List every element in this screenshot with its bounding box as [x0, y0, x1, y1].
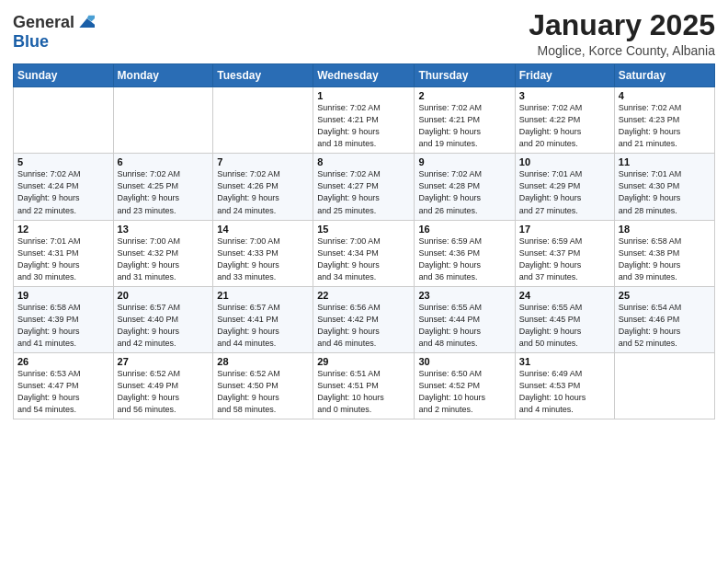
logo-blue-text: Blue: [13, 32, 49, 52]
day-info: Sunrise: 6:51 AM Sunset: 4:51 PM Dayligh…: [317, 368, 410, 416]
calendar-cell: 11Sunrise: 7:01 AM Sunset: 4:30 PM Dayli…: [614, 154, 714, 220]
page: General Blue January 2025 Moglice, Korce…: [0, 0, 728, 563]
day-info: Sunrise: 7:01 AM Sunset: 4:29 PM Dayligh…: [519, 168, 610, 216]
calendar-cell: 8Sunrise: 7:02 AM Sunset: 4:27 PM Daylig…: [313, 154, 415, 220]
day-number: 17: [519, 224, 610, 235]
calendar-cell: 6Sunrise: 7:02 AM Sunset: 4:25 PM Daylig…: [113, 154, 213, 220]
logo: General Blue: [13, 9, 95, 52]
day-number: 26: [17, 356, 109, 367]
weekday-header-tuesday: Tuesday: [213, 64, 313, 87]
day-info: Sunrise: 7:01 AM Sunset: 4:31 PM Dayligh…: [17, 236, 109, 283]
month-title: January 2025: [529, 9, 715, 41]
day-number: 5: [17, 156, 109, 167]
weekday-header-monday: Monday: [113, 64, 213, 87]
weekday-header-friday: Friday: [515, 64, 614, 87]
calendar-cell: 14Sunrise: 7:00 AM Sunset: 4:33 PM Dayli…: [213, 220, 313, 286]
day-info: Sunrise: 6:59 AM Sunset: 4:37 PM Dayligh…: [519, 236, 610, 283]
day-number: 6: [118, 156, 210, 167]
week-row-3: 12Sunrise: 7:01 AM Sunset: 4:31 PM Dayli…: [14, 220, 715, 286]
day-info: Sunrise: 7:02 AM Sunset: 4:21 PM Dayligh…: [418, 102, 510, 150]
day-number: 9: [418, 156, 510, 167]
weekday-header-saturday: Saturday: [614, 64, 714, 87]
calendar-cell: 28Sunrise: 6:52 AM Sunset: 4:50 PM Dayli…: [213, 352, 313, 419]
calendar-cell: [14, 87, 114, 154]
week-row-5: 26Sunrise: 6:53 AM Sunset: 4:47 PM Dayli…: [14, 352, 715, 419]
day-number: 15: [317, 224, 410, 235]
day-info: Sunrise: 7:00 AM Sunset: 4:34 PM Dayligh…: [317, 236, 410, 283]
calendar-cell: 18Sunrise: 6:58 AM Sunset: 4:38 PM Dayli…: [614, 220, 714, 286]
day-info: Sunrise: 7:02 AM Sunset: 4:26 PM Dayligh…: [217, 168, 309, 216]
day-number: 21: [217, 290, 309, 301]
day-number: 3: [519, 90, 610, 101]
logo-general-text: General: [13, 13, 74, 32]
day-info: Sunrise: 6:57 AM Sunset: 4:40 PM Dayligh…: [118, 302, 210, 350]
calendar-cell: 19Sunrise: 6:58 AM Sunset: 4:39 PM Dayli…: [14, 286, 114, 352]
day-number: 12: [17, 224, 109, 235]
day-info: Sunrise: 7:02 AM Sunset: 4:23 PM Dayligh…: [619, 102, 711, 150]
calendar-cell: 10Sunrise: 7:01 AM Sunset: 4:29 PM Dayli…: [515, 154, 614, 220]
calendar-cell: 1Sunrise: 7:02 AM Sunset: 4:21 PM Daylig…: [313, 87, 415, 154]
header: General Blue January 2025 Moglice, Korce…: [13, 9, 715, 58]
day-number: 23: [418, 290, 510, 301]
day-number: 4: [619, 90, 711, 101]
weekday-header-row: SundayMondayTuesdayWednesdayThursdayFrid…: [14, 64, 715, 87]
calendar-cell: 2Sunrise: 7:02 AM Sunset: 4:21 PM Daylig…: [415, 87, 515, 154]
calendar-cell: 3Sunrise: 7:02 AM Sunset: 4:22 PM Daylig…: [515, 87, 614, 154]
calendar-cell: [113, 87, 213, 154]
calendar-cell: 13Sunrise: 7:00 AM Sunset: 4:32 PM Dayli…: [113, 220, 213, 286]
calendar-cell: 12Sunrise: 7:01 AM Sunset: 4:31 PM Dayli…: [14, 220, 114, 286]
calendar-cell: 15Sunrise: 7:00 AM Sunset: 4:34 PM Dayli…: [313, 220, 415, 286]
day-number: 13: [118, 224, 210, 235]
day-info: Sunrise: 7:02 AM Sunset: 4:28 PM Dayligh…: [418, 168, 510, 216]
day-info: Sunrise: 6:58 AM Sunset: 4:38 PM Dayligh…: [619, 236, 711, 283]
day-number: 10: [519, 156, 610, 167]
day-info: Sunrise: 7:00 AM Sunset: 4:33 PM Dayligh…: [217, 236, 309, 283]
calendar-cell: 4Sunrise: 7:02 AM Sunset: 4:23 PM Daylig…: [614, 87, 714, 154]
day-info: Sunrise: 6:53 AM Sunset: 4:47 PM Dayligh…: [17, 368, 109, 416]
day-info: Sunrise: 6:55 AM Sunset: 4:44 PM Dayligh…: [418, 302, 510, 350]
day-number: 7: [217, 156, 309, 167]
day-number: 25: [619, 290, 711, 301]
calendar-cell: 17Sunrise: 6:59 AM Sunset: 4:37 PM Dayli…: [515, 220, 614, 286]
day-info: Sunrise: 7:02 AM Sunset: 4:22 PM Dayligh…: [519, 102, 610, 150]
calendar-cell: 25Sunrise: 6:54 AM Sunset: 4:46 PM Dayli…: [614, 286, 714, 352]
day-info: Sunrise: 6:49 AM Sunset: 4:53 PM Dayligh…: [519, 368, 610, 416]
day-number: 18: [619, 224, 711, 235]
title-block: January 2025 Moglice, Korce County, Alba…: [529, 9, 715, 58]
day-info: Sunrise: 7:00 AM Sunset: 4:32 PM Dayligh…: [118, 236, 210, 283]
calendar-cell: 23Sunrise: 6:55 AM Sunset: 4:44 PM Dayli…: [415, 286, 515, 352]
day-number: 2: [418, 90, 510, 101]
day-info: Sunrise: 6:54 AM Sunset: 4:46 PM Dayligh…: [619, 302, 711, 350]
day-info: Sunrise: 6:50 AM Sunset: 4:52 PM Dayligh…: [418, 368, 510, 416]
week-row-1: 1Sunrise: 7:02 AM Sunset: 4:21 PM Daylig…: [14, 87, 715, 154]
day-number: 8: [317, 156, 410, 167]
day-number: 28: [217, 356, 309, 367]
weekday-header-sunday: Sunday: [14, 64, 114, 87]
day-number: 14: [217, 224, 309, 235]
calendar-cell: 9Sunrise: 7:02 AM Sunset: 4:28 PM Daylig…: [415, 154, 515, 220]
day-info: Sunrise: 7:01 AM Sunset: 4:30 PM Dayligh…: [619, 168, 711, 216]
calendar-cell: 7Sunrise: 7:02 AM Sunset: 4:26 PM Daylig…: [213, 154, 313, 220]
calendar-cell: 29Sunrise: 6:51 AM Sunset: 4:51 PM Dayli…: [313, 352, 415, 419]
calendar-cell: 16Sunrise: 6:59 AM Sunset: 4:36 PM Dayli…: [415, 220, 515, 286]
day-number: 24: [519, 290, 610, 301]
calendar-cell: 27Sunrise: 6:52 AM Sunset: 4:49 PM Dayli…: [113, 352, 213, 419]
day-number: 22: [317, 290, 410, 301]
calendar-cell: [213, 87, 313, 154]
calendar-cell: [614, 352, 714, 419]
day-number: 16: [418, 224, 510, 235]
day-number: 30: [418, 356, 510, 367]
calendar-cell: 22Sunrise: 6:56 AM Sunset: 4:42 PM Dayli…: [313, 286, 415, 352]
day-number: 31: [519, 356, 610, 367]
logo-icon: [76, 14, 95, 32]
day-number: 29: [317, 356, 410, 367]
day-info: Sunrise: 6:56 AM Sunset: 4:42 PM Dayligh…: [317, 302, 410, 350]
calendar-cell: 24Sunrise: 6:55 AM Sunset: 4:45 PM Dayli…: [515, 286, 614, 352]
calendar-cell: 5Sunrise: 7:02 AM Sunset: 4:24 PM Daylig…: [14, 154, 114, 220]
day-info: Sunrise: 6:59 AM Sunset: 4:36 PM Dayligh…: [418, 236, 510, 283]
calendar-cell: 26Sunrise: 6:53 AM Sunset: 4:47 PM Dayli…: [14, 352, 114, 419]
day-info: Sunrise: 7:02 AM Sunset: 4:25 PM Dayligh…: [118, 168, 210, 216]
week-row-2: 5Sunrise: 7:02 AM Sunset: 4:24 PM Daylig…: [14, 154, 715, 220]
day-info: Sunrise: 7:02 AM Sunset: 4:24 PM Dayligh…: [17, 168, 109, 216]
week-row-4: 19Sunrise: 6:58 AM Sunset: 4:39 PM Dayli…: [14, 286, 715, 352]
